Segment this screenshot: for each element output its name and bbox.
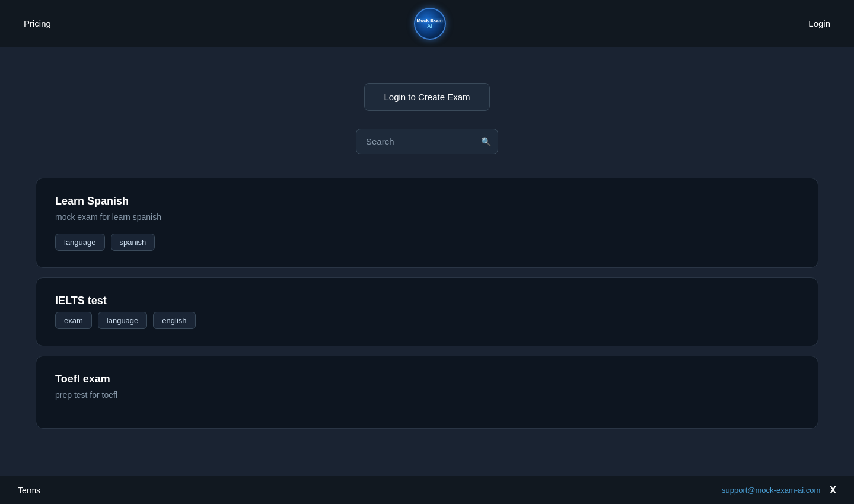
main-content: Login to Create Exam 🔍 Learn Spanishmock…: [0, 47, 854, 452]
logo-icon: Mock Exam AI: [414, 8, 446, 40]
header: Pricing Mock Exam AI Login: [0, 0, 854, 47]
logo: Mock Exam AI: [414, 8, 446, 40]
exam-title: Toefl exam: [55, 373, 799, 385]
pricing-link[interactable]: Pricing: [24, 18, 51, 28]
create-exam-button[interactable]: Login to Create Exam: [364, 83, 489, 111]
search-container: 🔍: [356, 129, 498, 154]
close-button[interactable]: X: [830, 485, 836, 496]
cards-container: Learn Spanishmock exam for learn spanish…: [36, 178, 818, 429]
tags-container: languagespanish: [55, 234, 799, 251]
footer: Terms support@mock-exam-ai.com X: [0, 476, 854, 504]
footer-right: support@mock-exam-ai.com X: [722, 485, 836, 496]
exam-description: prep test for toefl: [55, 390, 799, 400]
tags-container: examlanguageenglish: [55, 312, 799, 329]
tag-language[interactable]: language: [55, 234, 105, 251]
logo-text: Mock Exam: [417, 18, 443, 24]
exam-card-learn-spanish[interactable]: Learn Spanishmock exam for learn spanish…: [36, 178, 818, 268]
search-input[interactable]: [356, 129, 498, 154]
exam-card-ielts-test[interactable]: IELTS testexamlanguageenglish: [36, 277, 818, 346]
tag-spanish[interactable]: spanish: [111, 234, 155, 251]
tag-exam[interactable]: exam: [55, 312, 92, 329]
exam-description: mock exam for learn spanish: [55, 212, 799, 222]
support-email: support@mock-exam-ai.com: [722, 486, 820, 495]
logo-ai-badge: AI: [417, 23, 443, 29]
exam-title: Learn Spanish: [55, 195, 799, 208]
exam-title: IELTS test: [55, 295, 799, 307]
terms-link[interactable]: Terms: [18, 486, 40, 495]
exam-card-toefl-exam[interactable]: Toefl examprep test for toefl: [36, 356, 818, 429]
tag-language[interactable]: language: [98, 312, 148, 329]
login-link[interactable]: Login: [808, 18, 830, 28]
tag-english[interactable]: english: [153, 312, 195, 329]
